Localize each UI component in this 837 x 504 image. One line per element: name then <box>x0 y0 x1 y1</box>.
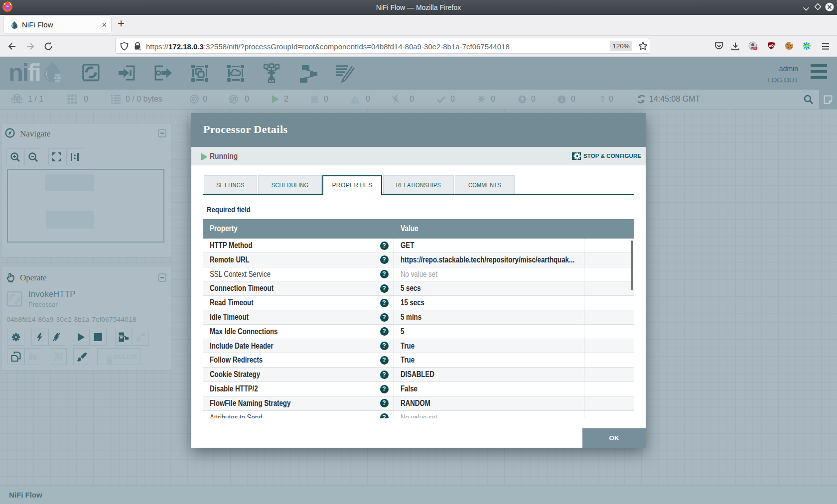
svg-text:?: ? <box>600 95 604 104</box>
svg-text:uO: uO <box>769 44 774 47</box>
